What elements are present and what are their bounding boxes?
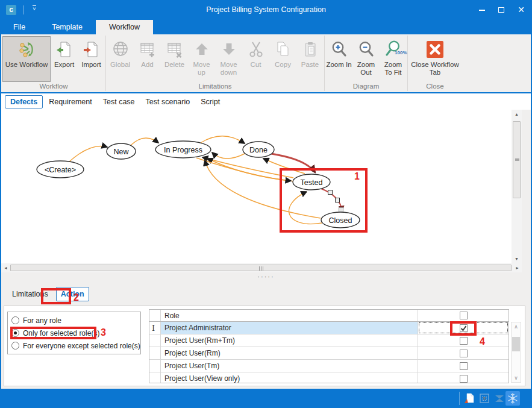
add-button: Add (134, 36, 161, 82)
vertical-scroll-thumb[interactable] (513, 121, 521, 198)
edge-inprogress-done[interactable] (201, 136, 245, 143)
row-indicator-cell: I (149, 322, 161, 334)
dashed-frame-icon[interactable] (478, 392, 490, 404)
entity-tab-bar: DefectsRequirementTest caseTest scenario… (1, 93, 531, 110)
table-header-row: Role (149, 310, 509, 322)
tab-test-case[interactable]: Test case (98, 96, 140, 108)
table-row-project-user-view-only[interactable]: Project User(View only) (149, 372, 509, 383)
scroll-left-icon[interactable]: ◄ (1, 263, 10, 272)
diagram-horizontal-scrollbar[interactable]: ◄ ► (1, 263, 522, 272)
row-indicator-cell (149, 334, 161, 347)
node-closed[interactable]: Closed (321, 212, 360, 228)
tab-limitations[interactable]: Limitations (8, 287, 52, 301)
table-scroll-down-icon[interactable]: ∨ (512, 375, 521, 381)
scroll-up-icon[interactable]: ▲ (512, 110, 522, 119)
node-tested[interactable]: Tested (293, 174, 330, 190)
collapse-x-icon[interactable] (493, 392, 505, 404)
edge-selection-handle[interactable] (339, 208, 343, 212)
titlebar: c ˅ Project Billing System Configuration… (0, 0, 532, 20)
edge-create-new[interactable] (68, 146, 107, 163)
role-column-header: Role (161, 310, 418, 321)
ribbon-group-limitations: GlobalAddDeleteMove upMove downCutCopyPa… (107, 34, 324, 92)
scroll-down-icon[interactable]: ▼ (512, 254, 522, 263)
use-workflow-icon (17, 40, 36, 59)
close-button[interactable]: ✕ (518, 6, 525, 14)
drag-pages-icon[interactable] (463, 392, 475, 404)
role-checkbox-cell (418, 347, 509, 359)
edge-done-inprogress[interactable] (212, 152, 245, 158)
role-checkbox[interactable] (460, 350, 468, 357)
tab-script[interactable]: Script (196, 96, 225, 108)
edge-closed-tested[interactable] (289, 192, 322, 224)
table-row-project-administrator[interactable]: IProject Administrator (149, 322, 509, 334)
radio-dot-icon (11, 329, 19, 337)
scroll-right-icon[interactable]: ► (513, 263, 522, 272)
edge-done-tested[interactable] (271, 154, 315, 172)
node-inprogress[interactable]: In Progress (155, 141, 211, 158)
role-checkbox[interactable] (460, 324, 468, 332)
use-workflow-button[interactable]: Use Workflow (2, 36, 51, 82)
radio-dot-icon (11, 342, 19, 350)
role-checkbox[interactable] (460, 375, 468, 383)
radio-only-for-selected-role-s[interactable]: Only for selected role(s) (8, 327, 140, 339)
table-row-project-user-rm-tm[interactable]: Project User(Rm+Tm) (149, 334, 509, 347)
export-button[interactable]: Export (51, 36, 78, 82)
radio-for-any-role[interactable]: For any role (8, 314, 140, 327)
import-button[interactable]: Import (78, 36, 105, 82)
global-icon (111, 40, 130, 59)
diagram-vertical-scrollbar[interactable]: ▲ ▼ (512, 110, 522, 263)
ribbon-tab-workflow[interactable]: Workflow (96, 20, 153, 34)
maximize-button[interactable] (498, 7, 504, 13)
edge-new-inprogress[interactable] (131, 138, 158, 145)
tab-defects[interactable]: Defects (5, 95, 43, 108)
edge-tested-inprogress-a[interactable] (202, 157, 293, 178)
zoom-to-fit-button[interactable]: 100%Zoom To Fit (380, 36, 407, 82)
minimize-button[interactable] (479, 10, 485, 11)
edge-inprogress-tested[interactable] (196, 158, 291, 181)
close-workflow-tab-button[interactable]: Close Workflow Tab (408, 36, 462, 82)
ribbon-group-label: Workflow (2, 82, 105, 92)
edge-selection-handle[interactable] (336, 198, 340, 202)
global-button: Global (107, 36, 134, 82)
select-all-cell (418, 310, 509, 321)
ribbon-group-label: Limitations (107, 82, 324, 92)
zoom-in-button[interactable]: Zoom In (325, 36, 352, 82)
table-scroll-thumb[interactable] (512, 337, 520, 351)
tab-requirement[interactable]: Requirement (44, 96, 97, 108)
horizontal-scroll-thumb[interactable] (10, 265, 512, 271)
import-icon (82, 40, 101, 59)
move-down-icon (219, 40, 239, 59)
radio-label: For any role (23, 316, 61, 325)
role-checkbox[interactable] (460, 362, 468, 370)
workflow-diagram-canvas[interactable]: <Create>NewIn ProgressDoneTestedClosed (1, 110, 512, 263)
radio-label: Only for selected role(s) (23, 329, 99, 337)
node-done[interactable]: Done (243, 142, 274, 157)
panel-splitter[interactable]: ····· (1, 272, 531, 282)
add-icon (138, 40, 157, 59)
move-down-button: Move down (215, 36, 242, 82)
node-label: Closed (329, 216, 352, 225)
table-row-project-user-rm[interactable]: Project User(Rm) (149, 347, 509, 360)
role-table-scrollbar[interactable]: ∧ ∨ (511, 322, 521, 383)
node-create[interactable]: <Create> (37, 161, 84, 178)
role-cell: Project User(View only) (161, 372, 418, 383)
ribbon-button-label: Copy (275, 61, 291, 69)
ribbon-group-diagram: Zoom InZoom Out100%Zoom To FitDiagram (325, 34, 407, 92)
role-checkbox[interactable] (460, 337, 468, 345)
node-new[interactable]: New (107, 143, 136, 159)
zoom-out-button[interactable]: Zoom Out (352, 36, 380, 82)
copy-icon (274, 40, 293, 59)
row-indicator-header-cell (149, 310, 161, 321)
select-all-checkbox[interactable] (460, 312, 468, 319)
ribbon-tab-file[interactable]: File (0, 20, 39, 34)
edge-selection-handle[interactable] (328, 190, 333, 195)
tab-action[interactable]: Action (56, 287, 89, 301)
snowflake-icon[interactable] (507, 392, 519, 404)
ribbon-button-label: Global (110, 61, 130, 69)
ribbon-tab-template[interactable]: Template (39, 20, 96, 34)
radio-for-everyone-except-selected-role-s[interactable]: For everyone except selected role(s) (8, 339, 140, 352)
table-row-project-user-tm[interactable]: Project User(Tm) (149, 360, 509, 372)
role-checkbox-cell (418, 360, 509, 372)
table-scroll-up-icon[interactable]: ∧ (512, 324, 521, 330)
tab-test-scenario[interactable]: Test scenario (141, 96, 195, 108)
